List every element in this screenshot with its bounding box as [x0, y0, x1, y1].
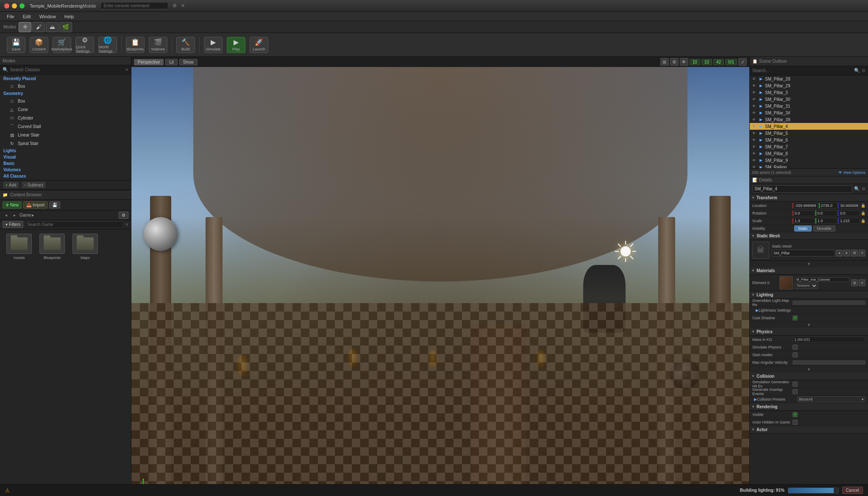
- visibility-icon[interactable]: 👁: [751, 131, 757, 136]
- nav-back[interactable]: ◂: [3, 212, 9, 219]
- mesh-name-input[interactable]: [772, 250, 835, 256]
- breadcrumb-game[interactable]: Game: [19, 213, 31, 217]
- hidden-in-game-checkbox[interactable]: [793, 420, 798, 425]
- rotation-x-input[interactable]: 0.0: [793, 210, 815, 216]
- nav-forward[interactable]: ▸: [11, 212, 18, 219]
- visibility-icon[interactable]: 👁: [751, 110, 757, 115]
- classes-search-input[interactable]: [10, 67, 123, 72]
- menu-file[interactable]: File: [3, 13, 18, 20]
- simulate-physics-checkbox[interactable]: [793, 345, 798, 350]
- toolbar-matinee[interactable]: 🎬 Matinee: [149, 37, 167, 53]
- actor-section-header[interactable]: ▼ Actor: [750, 426, 868, 434]
- viewport-num2[interactable]: 10: [701, 59, 712, 65]
- scene-search-settings-icon[interactable]: ⚙: [862, 68, 865, 73]
- lit-button[interactable]: Lit: [165, 59, 178, 65]
- toolbar-play[interactable]: ▶ Play: [227, 37, 245, 53]
- collision-section-header[interactable]: ▼ Collision: [750, 373, 868, 380]
- console-input[interactable]: [100, 2, 168, 9]
- content-search-input[interactable]: [25, 221, 123, 228]
- visibility-icon[interactable]: 👁: [751, 83, 757, 88]
- perspective-button[interactable]: Perspective: [134, 59, 164, 65]
- quick-settings-button[interactable]: ⚙ Quick Settings: [75, 37, 94, 53]
- cancel-build-button[interactable]: Cancel: [842, 487, 863, 494]
- path-settings-button[interactable]: ⚙: [119, 212, 128, 219]
- physics-expand-button[interactable]: ▼: [807, 367, 811, 372]
- actor-item[interactable]: 👁 ▶ SM_Pillar_3#: [750, 109, 868, 116]
- actor-name-input[interactable]: [752, 185, 852, 193]
- actor-item[interactable]: 👁 ▶ SM_Pillar_3: [750, 89, 868, 96]
- visibility-icon[interactable]: 👁: [751, 158, 757, 163]
- visibility-icon[interactable]: 👁: [751, 103, 757, 109]
- actor-item[interactable]: 👁 ▶ SM_Pillar_39: [750, 116, 868, 123]
- scale-z-input[interactable]: 1.215: [838, 218, 860, 224]
- mesh-prev-button[interactable]: ◂: [836, 250, 843, 256]
- lighting-expand-button[interactable]: ▼: [807, 323, 811, 327]
- visible-checkbox[interactable]: [793, 412, 798, 417]
- material-name-input[interactable]: [795, 277, 849, 282]
- content-search-icon[interactable]: ✕: [125, 222, 128, 227]
- mode-landscape[interactable]: ⛰: [46, 22, 58, 32]
- class-item-spiral-stair[interactable]: ↻ Spiral Stair: [0, 139, 131, 148]
- mobility-static-button[interactable]: Static: [794, 226, 812, 231]
- subtract-button[interactable]: ● Subtract: [22, 182, 45, 188]
- simulate-button[interactable]: ▶ Simulate: [204, 37, 223, 53]
- content-item-maps[interactable]: Maps: [70, 234, 100, 260]
- mass-value[interactable]: 1.0M.031: [793, 337, 865, 343]
- save-all-button[interactable]: 💾: [49, 201, 60, 209]
- toolbar-build[interactable]: 🔨 Build: [176, 37, 195, 53]
- save-button[interactable]: 💾 Save: [7, 37, 25, 53]
- add-button[interactable]: ● Add: [3, 182, 19, 188]
- lightmap-slider[interactable]: [793, 301, 865, 305]
- max-angular-slider[interactable]: [793, 360, 865, 365]
- class-item-box[interactable]: □ Box: [0, 97, 131, 105]
- visibility-icon[interactable]: 👁: [751, 90, 757, 95]
- class-item-linear-stair[interactable]: ▤ Linear Stair: [0, 131, 131, 139]
- visibility-icon[interactable]: 👁: [751, 76, 757, 81]
- material-browse-button[interactable]: ⊞: [851, 279, 858, 286]
- menu-window[interactable]: Window: [36, 13, 59, 20]
- close-button[interactable]: [4, 3, 9, 8]
- class-item-cylinder[interactable]: ⬭ Cylinder: [0, 114, 131, 122]
- scale-lock-icon[interactable]: 🔒: [861, 219, 865, 223]
- location-z-input[interactable]: 30.000008: [838, 203, 860, 209]
- rotation-lock-icon[interactable]: 🔒: [861, 211, 865, 215]
- lighting-section-header[interactable]: ▼ Lighting: [750, 291, 868, 299]
- blueprints-button[interactable]: 📋 Blueprints: [126, 37, 145, 53]
- category-recently-placed[interactable]: Recently Placed: [0, 75, 131, 82]
- mode-paint[interactable]: 🖌: [32, 22, 45, 32]
- class-item-box-recent[interactable]: □ Box: [0, 82, 131, 90]
- visibility-icon[interactable]: 👁: [751, 97, 757, 102]
- visibility-icon[interactable]: 👁: [751, 124, 757, 129]
- viewport-num4[interactable]: 0/1: [725, 59, 737, 65]
- visibility-icon[interactable]: 👁: [751, 117, 757, 122]
- view-options-scene-button[interactable]: 👁 View Options: [838, 170, 865, 175]
- name-search-icon[interactable]: 🔍: [854, 186, 860, 192]
- material-type-select[interactable]: Textures: [795, 283, 818, 289]
- overlap-checkbox[interactable]: [793, 389, 798, 394]
- import-button[interactable]: 📥 Import: [23, 201, 47, 209]
- class-item-curved-stall[interactable]: ⌒ Curved Stall: [0, 122, 131, 131]
- play-button[interactable]: ▶ Play: [227, 37, 245, 53]
- scale-x-input[interactable]: 1.3: [793, 218, 815, 224]
- cast-shadow-checkbox[interactable]: [793, 315, 798, 320]
- visibility-icon[interactable]: 👁: [751, 151, 757, 156]
- show-button[interactable]: Show: [179, 59, 198, 65]
- toolbar-simulate[interactable]: ▶ Simulate: [204, 37, 223, 53]
- content-item-blueprints[interactable]: Blueprints: [37, 234, 67, 260]
- new-button[interactable]: ✛ New: [3, 201, 22, 209]
- mesh-next-button[interactable]: ▸: [843, 250, 850, 256]
- menu-edit[interactable]: Edit: [19, 13, 34, 20]
- mode-foliage[interactable]: 🌿: [59, 22, 72, 32]
- menu-help[interactable]: Help: [61, 13, 78, 20]
- collision-presets-expand[interactable]: ▶: [752, 397, 757, 401]
- mobility-movable-button[interactable]: Movable: [813, 226, 835, 231]
- sim-generates-checkbox[interactable]: [793, 382, 798, 387]
- viewport-num3[interactable]: 42: [713, 59, 724, 65]
- viewport-settings-icon[interactable]: ⚙: [670, 58, 679, 66]
- actor-item[interactable]: 👁 ▶ SM_Pillar_8: [750, 150, 868, 157]
- marketplace-button[interactable]: 🛒 Marketplace: [53, 37, 71, 53]
- search-clear-icon[interactable]: ✕: [125, 67, 128, 72]
- world-settings-button[interactable]: 🌐 World Settings: [98, 37, 117, 53]
- scene-search-icon[interactable]: 🔍: [854, 68, 860, 73]
- build-button[interactable]: 🔨 Build: [176, 37, 195, 53]
